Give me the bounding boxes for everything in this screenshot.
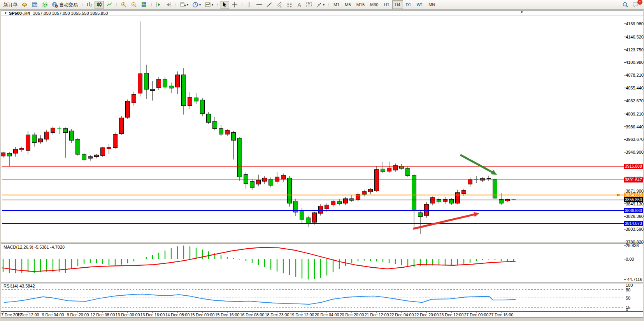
time-tick-label: 20 Dec 20:00: [340, 312, 364, 317]
svg-text:F: F: [290, 5, 292, 8]
text-label-icon: T: [306, 2, 312, 8]
equidistant-channel-icon: E: [276, 2, 283, 8]
macd-tick-label: 29.836: [626, 243, 639, 248]
chat-button[interactable]: 1: [631, 1, 640, 9]
price-tick-label: 4009.210: [626, 112, 644, 116]
rsi-tick-label: 80: [626, 288, 630, 292]
macd-tick-label: 0.00: [626, 257, 634, 261]
price-level-badge: 3836.930: [624, 208, 643, 213]
timeframe-button-M30[interactable]: M30: [367, 0, 381, 9]
mt4-terminal: 新订单 自动交易: [0, 0, 644, 321]
timeframe-button-H1[interactable]: H1: [381, 0, 392, 9]
price-level-badge: 3814.073: [624, 221, 643, 226]
chart-shift-button[interactable]: [164, 1, 173, 9]
navigator-button[interactable]: [30, 1, 39, 9]
indicators-icon: [205, 2, 211, 8]
orange-line-handle[interactable]: [617, 194, 619, 196]
time-tick-label: 9 Dec 04:00: [42, 312, 64, 317]
toolbar-separator: [327, 1, 330, 9]
crosshair-icon: [232, 2, 238, 8]
channel-tool-button[interactable]: E: [275, 1, 284, 9]
rsi-tick-label: 0: [626, 307, 628, 312]
macd-splitter[interactable]: [1, 242, 643, 244]
macd-label: MACD(12,26,9) -5.5381 -4.7028: [4, 245, 65, 249]
timeframe-button-D1[interactable]: D1: [403, 0, 414, 9]
clock-icon: [192, 2, 198, 8]
timeframe-button-M5[interactable]: M5: [342, 0, 353, 9]
time-axis-line: [1, 311, 643, 312]
price-tick-label: 3963.670: [626, 137, 644, 142]
tile-windows-button[interactable]: [139, 1, 149, 9]
vertical-line-icon: [246, 2, 252, 8]
price-tick-label: 3826.360: [626, 214, 644, 219]
chart-dropdown-icon[interactable]: ▼: [4, 12, 7, 14]
chevron-down-icon: ▾: [199, 3, 201, 7]
search-button[interactable]: [621, 1, 630, 9]
chevron-down-icon: ▾: [323, 3, 325, 7]
time-tick-label: 20 Dec 04:00: [315, 312, 339, 317]
zoom-out-button[interactable]: [129, 1, 139, 9]
new-order-button[interactable]: 新订单: [2, 1, 19, 9]
market-watch-button[interactable]: [20, 1, 29, 9]
signals-button[interactable]: [40, 1, 49, 9]
chart-ohlc-label: 3857.050 3857.050 3855.550 3855.850: [33, 11, 108, 16]
timeframe-button-M15[interactable]: M15: [354, 0, 367, 9]
zoom-in-button[interactable]: [119, 1, 128, 9]
chart-list-caret-icon[interactable]: ▼: [520, 11, 523, 14]
time-tick-label: 23 Dec 12:00: [439, 312, 463, 317]
cursor-tool-button[interactable]: [220, 1, 229, 9]
time-tick-label: 12 Dec 08:00: [91, 312, 115, 317]
timeframe-button-W1[interactable]: W1: [414, 0, 426, 9]
tile-windows-icon: [141, 2, 147, 8]
time-tick-label: 19 Dec 12:00: [290, 312, 314, 317]
candlestick-mode-button[interactable]: [95, 1, 104, 9]
indicators-button[interactable]: ▾: [203, 1, 215, 9]
status-strip: [1, 318, 643, 320]
crosshair-tool-button[interactable]: [230, 1, 239, 9]
zoom-in-icon: [121, 2, 127, 8]
time-tick-label: 9 Dec 20:00: [67, 312, 89, 317]
price-tick-label: 4146.520: [626, 35, 644, 39]
horizontal-line-tool-button[interactable]: [254, 1, 264, 9]
chart-shift-icon: [165, 2, 172, 8]
search-icon: [622, 2, 628, 8]
trendline-tool-button[interactable]: [265, 1, 274, 9]
auto-scroll-button[interactable]: [154, 1, 163, 9]
line-chart-icon: [106, 2, 112, 8]
price-tick-label: 4169.980: [626, 21, 644, 26]
new-chart-icon: [180, 2, 186, 8]
vertical-line-tool-button[interactable]: [244, 1, 254, 9]
trendline-icon: [266, 2, 272, 8]
timeframe-button-H4[interactable]: H4: [392, 0, 403, 9]
time-tick-label: 14 Dec 08:00: [165, 312, 190, 317]
timeframe-button-MN[interactable]: MN: [426, 0, 438, 9]
bar-chart-mode-button[interactable]: [84, 1, 94, 9]
periods-button[interactable]: ▾: [191, 1, 202, 9]
price-tick-label: 4078.210: [626, 73, 644, 77]
timeframe-button-M1[interactable]: M1: [331, 0, 342, 9]
line-chart-mode-button[interactable]: [105, 1, 114, 9]
new-chart-button[interactable]: ▾: [178, 1, 190, 9]
time-tick-label: 15 Dec 16:00: [215, 312, 239, 317]
toolbar-separator: [216, 1, 219, 9]
auto-trading-button[interactable]: 自动交易: [50, 1, 79, 9]
chart-window[interactable]: [1, 10, 643, 317]
notification-badge: 1: [637, 0, 642, 5]
price-tick-label: 4100.980: [626, 60, 644, 65]
time-tick-label: 27 Dec 00:00: [464, 312, 488, 317]
text-tool-button[interactable]: A: [295, 1, 304, 9]
text-label-tool-button[interactable]: T: [304, 1, 314, 9]
svg-text:T: T: [308, 3, 310, 7]
fibonacci-tool-button[interactable]: F: [285, 1, 294, 9]
price-level-badge: 3855.850: [624, 197, 643, 202]
time-tick-label: 8 Dec 12:00: [17, 312, 39, 317]
chart-title-bar[interactable]: ▼ SP500-,H4 3857.050 3857.050 3855.550 3…: [1, 11, 643, 16]
rsi-tick-label: 50: [626, 296, 630, 300]
chevron-down-icon: ▾: [212, 3, 213, 7]
price-level-badge: 3915.888: [624, 164, 643, 169]
time-tick-label: 16 Dec 08:00: [240, 312, 264, 317]
horizontal-line-icon: [256, 2, 262, 8]
arrows-tool-button[interactable]: ▾: [314, 1, 326, 9]
time-tick-label: 22 Dec 04:00: [390, 312, 414, 317]
rsi-splitter[interactable]: [1, 282, 643, 284]
